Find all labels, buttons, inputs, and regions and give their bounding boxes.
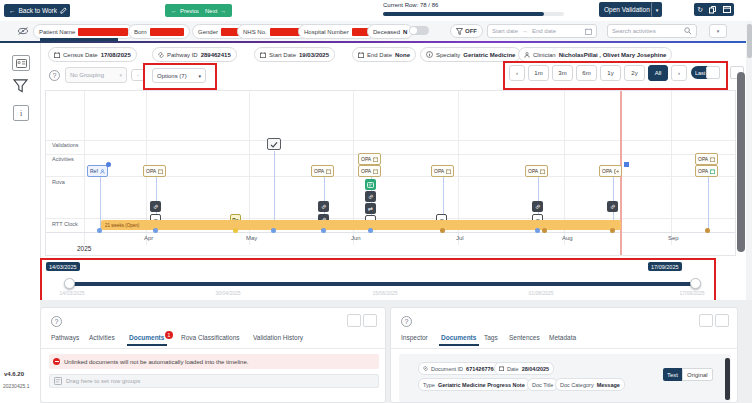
- slider-handle-right[interactable]: [690, 278, 701, 289]
- expand-panel-button[interactable]: [363, 314, 377, 327]
- badge-label: OPA: [698, 156, 708, 162]
- grouping-minus-button[interactable]: -: [131, 69, 145, 81]
- badge-label: OPA: [528, 168, 538, 174]
- doc-type-label: Type: [423, 382, 435, 388]
- more-options-chevron-button[interactable]: ▾: [709, 24, 727, 38]
- swap-icon[interactable]: ⇄: [365, 203, 376, 214]
- activity-badge-ref[interactable]: Ref: [87, 165, 108, 177]
- slider-track[interactable]: [70, 282, 696, 286]
- window-icon[interactable]: [723, 6, 731, 13]
- timeline-scrollbar[interactable]: [737, 72, 745, 252]
- range-6m-button[interactable]: 6m: [576, 65, 597, 81]
- activity-badge-opa-future[interactable]: OPA: [695, 165, 718, 177]
- rova-classification-icon[interactable]: [365, 179, 376, 190]
- doc-title-label: Doc Title: [532, 382, 553, 388]
- tab-inspector[interactable]: Inspector: [401, 334, 428, 341]
- end-date-pill: End Date None: [352, 47, 416, 62]
- privacy-eye-off-icon[interactable]: [17, 26, 29, 36]
- expand-panel-button[interactable]: [715, 314, 729, 327]
- link-icon[interactable]: ∞: [365, 191, 376, 202]
- specialty-label: Specialty: [436, 52, 460, 58]
- link-icon[interactable]: ∞: [607, 201, 618, 212]
- event-dot-orange: [610, 228, 615, 233]
- slider-tick-label: 01/08/2025: [517, 290, 565, 296]
- card-scrollbar-thumb[interactable]: [725, 358, 730, 400]
- link-icon[interactable]: ∞: [150, 201, 161, 212]
- copy-icon[interactable]: [709, 6, 716, 14]
- open-validation-dropdown[interactable]: ▾: [651, 2, 662, 17]
- topbar: ←Back to Worklist ←Previous Next→ Curren…: [0, 0, 752, 21]
- activity-badge-opa-signin[interactable]: OPA: [599, 165, 622, 177]
- grouping-select[interactable]: No Grouping ▾: [65, 67, 127, 83]
- chevron-down-icon: ▾: [198, 73, 201, 79]
- sidebar-patient-card-icon[interactable]: [12, 55, 30, 71]
- tab-documents[interactable]: Documents: [441, 334, 476, 341]
- event-dot-blue: [153, 228, 158, 233]
- edit-button[interactable]: [57, 4, 70, 17]
- text-view-button[interactable]: Text: [663, 368, 682, 381]
- link-icon[interactable]: ∞: [532, 201, 543, 212]
- tab-metadata[interactable]: Metadata: [549, 334, 576, 341]
- event-dot-blue: [97, 228, 102, 233]
- hospital-number-field: Hospital Number: [298, 24, 376, 39]
- filter-off-button[interactable]: OFF: [450, 24, 483, 38]
- event-dot-yellow: [233, 228, 238, 233]
- activity-badge-opa[interactable]: OPA: [358, 165, 381, 177]
- tab-rova-classifications[interactable]: Rova Classifications: [181, 334, 240, 341]
- deceased-value: N: [403, 29, 407, 35]
- doc-category-value: Message: [597, 382, 620, 388]
- activity-badge-opa[interactable]: OPA: [311, 165, 334, 177]
- tab-documents[interactable]: Documents: [129, 334, 164, 341]
- help-icon[interactable]: ?: [401, 316, 412, 327]
- nhs-no-redaction: [270, 28, 302, 36]
- range-2y-button[interactable]: 2y: [624, 65, 645, 81]
- page-scrollbar-thumb[interactable]: [747, 24, 752, 58]
- activity-badge-opa[interactable]: OPA: [431, 165, 454, 177]
- open-validation-button[interactable]: Open Validation: [599, 2, 655, 17]
- track-label-rova: Rova: [52, 179, 65, 185]
- sidebar-filter-funnel-icon[interactable]: [13, 79, 28, 93]
- date-range-input[interactable]: Start date → End date: [487, 24, 597, 38]
- link-icon[interactable]: ∞: [318, 201, 329, 212]
- collapse-chevron-button[interactable]: [699, 314, 713, 327]
- help-icon[interactable]: ?: [51, 316, 62, 327]
- refresh-icon[interactable]: ↻: [697, 6, 703, 13]
- month-label: May: [246, 235, 257, 241]
- sidebar-info-icon[interactable]: i: [13, 105, 29, 121]
- tab-pathways[interactable]: Pathways: [51, 334, 79, 341]
- doc-type-chip: Type Geriatric Medicine Progress Note: [418, 378, 530, 391]
- options-label: Options (7): [157, 73, 187, 79]
- range-1y-button[interactable]: 1y: [600, 65, 621, 81]
- range-prev-button[interactable]: ‹: [509, 65, 525, 81]
- visibility-toggle[interactable]: [409, 26, 429, 35]
- start-date-pill: Start Date 19/03/2025: [254, 47, 335, 62]
- help-icon[interactable]: ?: [49, 70, 60, 81]
- activity-badge-opa[interactable]: OPA: [695, 153, 718, 165]
- active-tab-underline: [127, 344, 167, 346]
- arrow-right-icon: →: [220, 8, 226, 14]
- collapse-panel-button[interactable]: [706, 66, 720, 79]
- range-all-button[interactable]: All: [648, 65, 668, 81]
- activity-badge-opa[interactable]: OPA: [358, 153, 381, 165]
- activity-badge-opa[interactable]: OPA: [143, 165, 166, 177]
- range-1m-button[interactable]: 1m: [528, 65, 549, 81]
- month-label: Aug: [562, 235, 573, 241]
- search-activities-input[interactable]: Search activities: [607, 24, 697, 38]
- activity-badge-opa[interactable]: OPA: [525, 165, 548, 177]
- next-button[interactable]: Next→: [199, 4, 232, 17]
- left-bottom-panel: ? Pathways Activities Documents 1 Rova C…: [40, 307, 386, 403]
- timeline-toolbar: ? No Grouping ▾ - Options (7) ▾ ‹ 1m 3m …: [41, 63, 752, 90]
- row-group-dropzone[interactable]: Drag here to set row groups: [49, 374, 379, 388]
- slider-handle-left[interactable]: [64, 278, 75, 289]
- validation-stamp-icon[interactable]: [267, 138, 281, 150]
- range-3m-button[interactable]: 3m: [552, 65, 573, 81]
- range-next-button[interactable]: ›: [671, 65, 687, 81]
- collapse-chevron-button[interactable]: [347, 314, 361, 327]
- tab-validation-history[interactable]: Validation History: [253, 334, 303, 341]
- specialty-value: Geriatric Medicine: [463, 52, 515, 58]
- tab-activities[interactable]: Activities: [89, 334, 115, 341]
- tab-sentences[interactable]: Sentences: [509, 334, 540, 341]
- original-view-button[interactable]: Original: [682, 368, 713, 381]
- tab-tags[interactable]: Tags: [484, 334, 498, 341]
- options-dropdown[interactable]: Options (7) ▾: [152, 68, 206, 83]
